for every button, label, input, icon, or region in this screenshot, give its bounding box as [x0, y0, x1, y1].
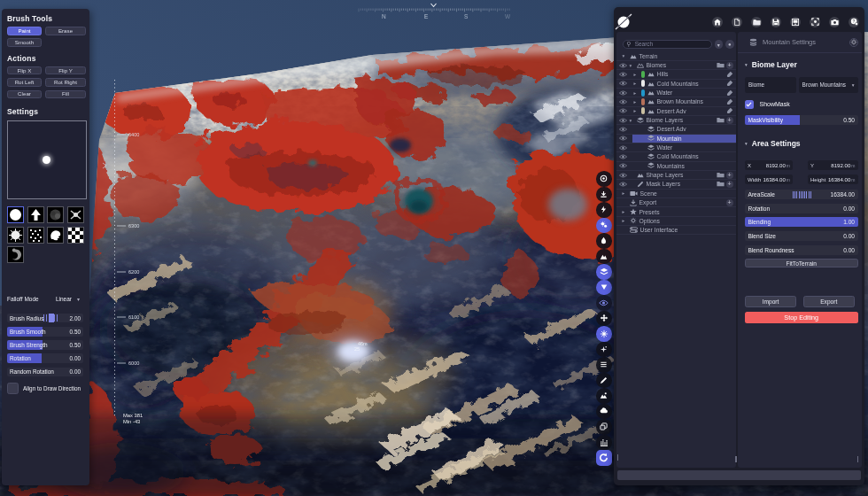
svg-text:N: N	[382, 13, 386, 19]
svg-text:6400: 6400	[128, 132, 139, 137]
svg-text:E: E	[424, 13, 429, 19]
svg-text:S: S	[464, 13, 469, 19]
svg-text:6100: 6100	[128, 314, 139, 320]
svg-text:6200: 6200	[128, 269, 139, 275]
svg-text:6000: 6000	[128, 360, 139, 366]
svg-text:6300: 6300	[128, 223, 139, 229]
svg-text:W: W	[505, 13, 511, 19]
svg-text:?: ?	[852, 19, 855, 24]
